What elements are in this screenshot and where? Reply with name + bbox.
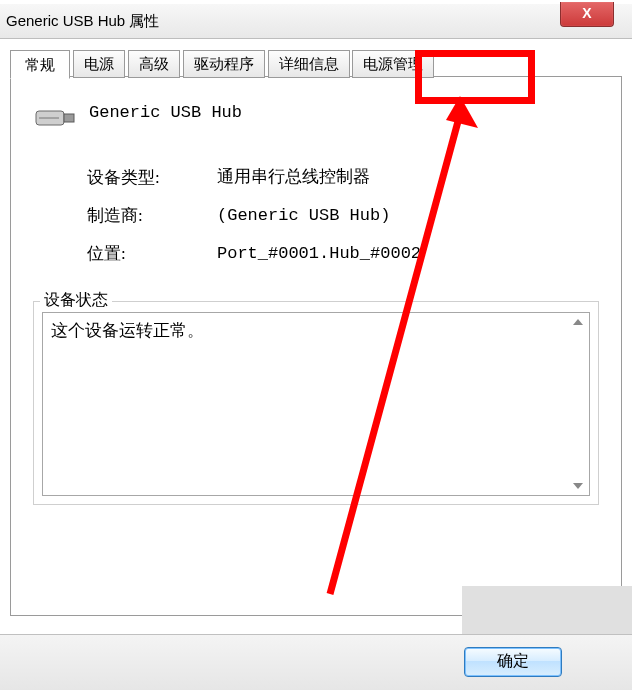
device-status-legend: 设备状态 xyxy=(40,290,112,311)
device-status-textbox[interactable]: 这个设备运转正常。 xyxy=(42,312,590,496)
prop-value-type: 通用串行总线控制器 xyxy=(217,159,370,197)
window-title: Generic USB Hub 属性 xyxy=(6,12,159,29)
tab-advanced[interactable]: 高级 xyxy=(128,50,180,78)
prop-row-type: 设备类型: 通用串行总线控制器 xyxy=(87,159,599,197)
device-status-text: 这个设备运转正常。 xyxy=(51,321,204,340)
svg-rect-3 xyxy=(64,114,74,122)
prop-label-mfr: 制造商: xyxy=(87,197,217,235)
device-name: Generic USB Hub xyxy=(89,101,242,122)
tab-body-general: Generic USB Hub 设备类型: 通用串行总线控制器 制造商: (Ge… xyxy=(10,76,622,616)
tab-strip: 常规 电源 高级 驱动程序 详细信息 电源管理 xyxy=(10,49,622,77)
usb-hub-icon xyxy=(33,103,79,133)
close-icon: X xyxy=(582,5,591,21)
dialog-button-bar: 确定 xyxy=(0,634,632,690)
dialog-panel: 常规 电源 高级 驱动程序 详细信息 电源管理 Generic USB Hub … xyxy=(10,49,622,639)
tab-general[interactable]: 常规 xyxy=(10,50,70,79)
redaction-block xyxy=(462,586,632,638)
prop-row-manufacturer: 制造商: (Generic USB Hub) xyxy=(87,197,599,235)
prop-value-location: Port_#0001.Hub_#0002 xyxy=(217,235,421,273)
tab-driver[interactable]: 驱动程序 xyxy=(183,50,265,78)
close-button[interactable]: X xyxy=(560,2,614,27)
scrollbar[interactable] xyxy=(569,315,587,493)
window-title-bar: Generic USB Hub 属性 X xyxy=(0,4,632,39)
tab-details[interactable]: 详细信息 xyxy=(268,50,350,78)
tab-powermgmt[interactable]: 电源管理 xyxy=(352,50,434,78)
prop-row-location: 位置: Port_#0001.Hub_#0002 xyxy=(87,235,599,273)
prop-value-mfr: (Generic USB Hub) xyxy=(217,197,390,235)
scroll-up-icon xyxy=(573,319,583,325)
tab-power[interactable]: 电源 xyxy=(73,50,125,78)
ok-button[interactable]: 确定 xyxy=(464,647,562,677)
scroll-down-icon xyxy=(573,483,583,489)
prop-label-type: 设备类型: xyxy=(87,159,217,197)
device-properties: 设备类型: 通用串行总线控制器 制造商: (Generic USB Hub) 位… xyxy=(87,159,599,273)
prop-label-location: 位置: xyxy=(87,235,217,273)
device-status-group: 设备状态 这个设备运转正常。 xyxy=(33,301,599,505)
